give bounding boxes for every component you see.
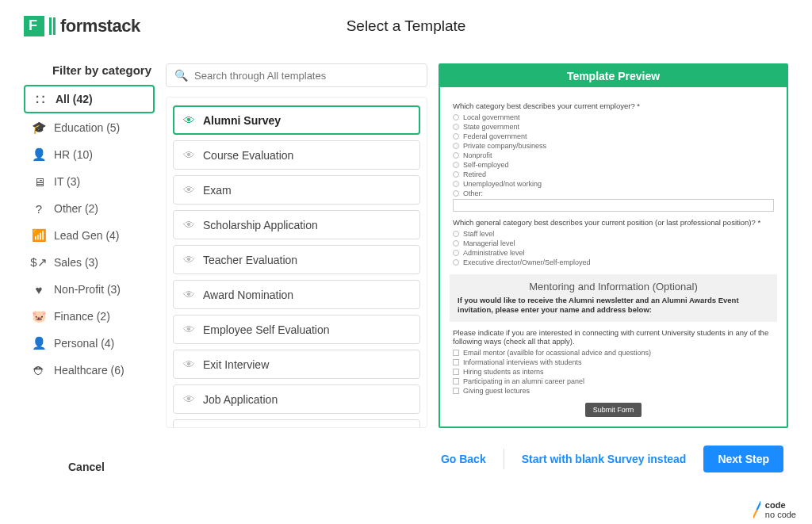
category-item-10[interactable]: ⛑Healthcare (6) (24, 358, 155, 383)
q3-opts-option-0[interactable]: Email mentor (availble for ocassional ad… (453, 349, 774, 357)
category-icon: ⛑ (32, 363, 46, 377)
search-box[interactable]: 🔍 (166, 63, 427, 87)
radio-icon (453, 114, 459, 120)
template-name: Exit Interview (203, 358, 269, 371)
preview-section-subtitle: If you would like to receive the Alumni … (458, 296, 769, 316)
checkbox-icon (453, 378, 459, 384)
eye-icon: 👁 (183, 358, 195, 371)
q2-opts-option-3[interactable]: Executive director/Owner/Self-employed (453, 258, 774, 266)
eye-icon: 👁 (183, 183, 195, 197)
category-item-6[interactable]: $↗Sales (3) (24, 250, 155, 275)
preview-q2-label: Which general category best describes yo… (453, 218, 774, 227)
preview-submit-button[interactable]: Submit Form (585, 403, 642, 417)
preview-section-title: Mentoring and Information (Optional) (458, 281, 769, 293)
template-list: 👁Alumni Survey👁Course Evaluation👁Exam👁Sc… (166, 97, 427, 428)
q1-opts-option-4[interactable]: Nonprofit (453, 151, 774, 159)
template-item-7[interactable]: 👁Exit Interview (173, 350, 420, 379)
q3-opts-option-3[interactable]: Participating in an alumni career panel (453, 377, 774, 385)
template-item-9[interactable]: 👁Job Candidate Evaluation Form (173, 419, 420, 428)
category-item-3[interactable]: 🖥IT (3) (24, 169, 155, 194)
eye-icon: 👁 (183, 288, 195, 301)
q2-opts-option-1[interactable]: Managerial level (453, 239, 774, 247)
option-label: Other: (463, 189, 483, 197)
template-item-5[interactable]: 👁Award Nomination (173, 280, 420, 309)
option-label: Email mentor (availble for ocassional ad… (463, 349, 651, 357)
radio-icon (453, 231, 459, 237)
category-item-1[interactable]: 🎓Education (5) (24, 115, 155, 140)
category-item-0[interactable]: ⸬All (42) (24, 85, 155, 113)
q1-opts-option-2[interactable]: Federal government (453, 132, 774, 140)
template-name: Job Candidate Evaluation Form (203, 428, 358, 429)
checkbox-icon (453, 369, 459, 375)
q3-opts-option-4[interactable]: Giving guest lectures (453, 387, 774, 395)
category-item-7[interactable]: ♥Non-Profit (3) (24, 277, 155, 302)
template-item-0[interactable]: 👁Alumni Survey (173, 105, 420, 135)
go-back-link[interactable]: Go Back (441, 453, 486, 465)
brand-slash-icon: / (753, 501, 760, 518)
category-label: Other (2) (54, 202, 98, 215)
template-name: Alumni Survey (203, 114, 281, 127)
preview-body: Which category best describes your curre… (440, 87, 787, 426)
preview-column: Template Preview Which category best des… (439, 63, 788, 428)
category-icon: $↗ (32, 255, 46, 270)
template-item-1[interactable]: 👁Course Evaluation (173, 140, 420, 170)
blank-survey-link[interactable]: Start with blank Survey instead (522, 453, 687, 465)
q2-opts-option-2[interactable]: Administrative level (453, 249, 774, 257)
category-label: All (42) (56, 93, 93, 105)
category-label: Finance (2) (54, 310, 110, 323)
eye-icon: 👁 (183, 392, 195, 406)
option-label: Hiring students as interns (463, 368, 544, 376)
option-label: Retired (463, 170, 486, 178)
q3-opts-option-1[interactable]: Informational interviews with students (453, 358, 774, 366)
template-item-3[interactable]: 👁Scholarship Application (173, 210, 420, 239)
eye-icon: 👁 (183, 253, 195, 266)
radio-icon (453, 190, 459, 197)
radio-icon (453, 171, 459, 178)
q1-opts-option-6[interactable]: Retired (453, 170, 774, 178)
category-icon: ⸬ (33, 92, 48, 106)
radio-icon (453, 143, 459, 149)
radio-icon (453, 240, 459, 247)
q3-opts-option-2[interactable]: Hiring students as interns (453, 368, 774, 376)
header: formstack Select a Template (0, 0, 812, 48)
q1-opts-option-8[interactable]: Other: (453, 189, 774, 197)
category-label: IT (3) (54, 175, 80, 188)
logo-text: formstack (60, 16, 140, 36)
option-label: Nonprofit (463, 151, 492, 159)
template-item-2[interactable]: 👁Exam (173, 175, 420, 205)
eye-icon: 👁 (183, 218, 195, 231)
q1-opts-option-1[interactable]: State government (453, 123, 774, 131)
branding-badge: / code no code (753, 500, 796, 519)
q1-opts-option-5[interactable]: Self-employed (453, 161, 774, 169)
cancel-link[interactable]: Cancel (56, 461, 105, 473)
next-step-button[interactable]: Next Step (703, 446, 783, 472)
category-icon: 👤 (32, 147, 46, 162)
category-icon: 🐷 (32, 309, 46, 323)
q1-opts-option-7[interactable]: Unemployed/not working (453, 180, 774, 188)
radio-icon (453, 259, 459, 266)
template-item-6[interactable]: 👁Employee Self Evaluation (173, 315, 420, 344)
category-item-9[interactable]: 👤Personal (4) (24, 331, 155, 356)
search-input[interactable] (194, 70, 419, 82)
category-item-5[interactable]: 📶Lead Gen (4) (24, 223, 155, 248)
template-name: Scholarship Application (203, 219, 318, 231)
template-item-4[interactable]: 👁Teacher Evaluation (173, 245, 420, 274)
template-item-8[interactable]: 👁Job Application (173, 384, 420, 414)
preview-other-input[interactable] (453, 199, 774, 212)
option-label: Informational interviews with students (463, 358, 582, 366)
option-label: Federal government (463, 132, 527, 140)
radio-icon (453, 250, 459, 256)
q2-opts-option-0[interactable]: Staff level (453, 230, 774, 238)
brand-line2: no code (765, 510, 796, 519)
template-name: Course Evaluation (203, 149, 293, 162)
q1-opts-option-3[interactable]: Private company/business (453, 142, 774, 150)
q1-opts-option-0[interactable]: Local government (453, 113, 774, 121)
option-label: Participating in an alumni career panel (463, 377, 584, 385)
search-icon: 🔍 (174, 69, 188, 82)
category-item-2[interactable]: 👤HR (10) (24, 142, 155, 167)
preview-q1-label: Which category best describes your curre… (453, 101, 774, 110)
template-name: Employee Self Evaluation (203, 323, 330, 336)
radio-icon (453, 152, 459, 159)
category-item-4[interactable]: ?Other (2) (24, 196, 155, 221)
category-item-8[interactable]: 🐷Finance (2) (24, 304, 155, 329)
